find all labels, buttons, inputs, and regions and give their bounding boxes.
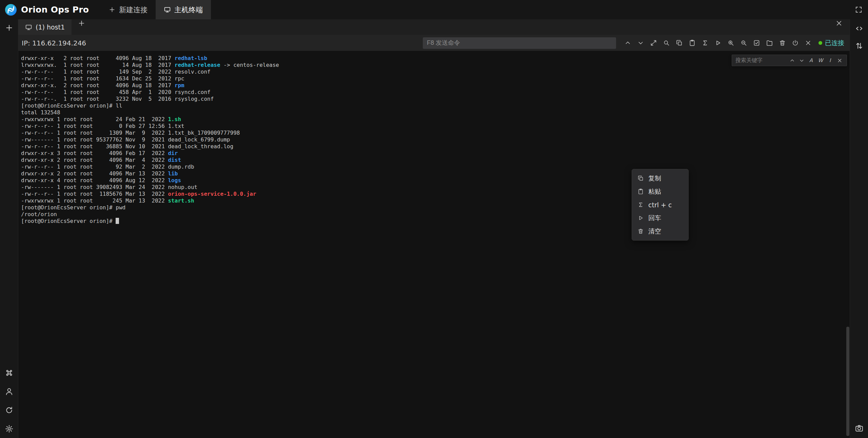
copy-icon	[676, 39, 683, 46]
search-button[interactable]	[663, 39, 670, 46]
play-icon	[637, 215, 644, 221]
terminal-line: [root@OrionEcsServer orion]#	[21, 218, 850, 225]
zoom-out-button[interactable]	[740, 39, 747, 46]
add-tab-button[interactable]	[78, 19, 85, 27]
tab-label: (1) host1	[36, 23, 65, 31]
search-next-button[interactable]	[798, 57, 805, 64]
menu-item-new-connection[interactable]: 新建连接	[100, 0, 156, 19]
terminal-icon	[164, 6, 171, 13]
copy-button[interactable]	[676, 39, 683, 46]
terminal-line: -rw------- 1 root root 39082493 Mar 24 2…	[21, 184, 850, 191]
context-menu-item-paste[interactable]: 粘贴	[632, 185, 688, 198]
terminal-line: -rw-r--r-- 1 root root 1185676 Mar 13 20…	[21, 191, 850, 197]
swap-orientation-button[interactable]	[855, 41, 864, 50]
sigma-icon	[702, 39, 709, 46]
new-terminal-button[interactable]	[5, 23, 14, 32]
whole-word-button[interactable]: W	[817, 57, 824, 64]
terminal-screen[interactable]: drwxr-xr-x 2 root root 4096 Aug 18 2017 …	[18, 51, 850, 438]
terminal-line: -rwxrwxrwx 1 root root 245 Mar 13 2022 s…	[21, 197, 850, 204]
context-menu-item-label: 清空	[648, 227, 661, 236]
search-input[interactable]	[735, 57, 786, 63]
tab-host1[interactable]: (1) host1	[18, 19, 72, 35]
search-icon	[663, 39, 670, 46]
terminal-toolbar: IP: 116.62.194.246 已连接	[18, 35, 850, 51]
terminal-tab-bar: (1) host1	[18, 19, 850, 35]
terminal-icon	[25, 24, 32, 31]
code-panel-button[interactable]	[855, 24, 864, 33]
power-button[interactable]	[792, 39, 799, 46]
context-menu-item-label: 复制	[648, 174, 661, 183]
context-menu-item-copy[interactable]: 复制	[632, 172, 688, 185]
terminal-scrollbar[interactable]	[846, 327, 849, 436]
fullscreen-button[interactable]	[855, 6, 863, 14]
code-icon	[855, 24, 864, 33]
terminal-line: lrwxrwxrwx. 1 root root 14 Aug 18 2017 r…	[21, 62, 850, 69]
folder-icon	[766, 39, 773, 46]
match-case-button[interactable]: A	[807, 57, 815, 64]
expand-button[interactable]	[650, 39, 657, 46]
regex-button[interactable]: I	[826, 57, 834, 64]
paste-button[interactable]	[689, 39, 696, 46]
right-rail-top	[855, 24, 864, 50]
terminal-line: drwxr-xr-x. 2 root root 4096 Aug 18 2017…	[21, 82, 850, 89]
sync-button[interactable]	[5, 406, 14, 415]
paste-icon	[637, 188, 644, 195]
context-menu-item-label: 粘贴	[648, 187, 661, 196]
command-icon	[5, 368, 14, 377]
chevron-up-icon	[789, 58, 795, 63]
expand-icon	[650, 39, 657, 46]
user-button[interactable]	[5, 387, 14, 396]
terminal-line: -rw-r--r-- 1 root root 1634 Dec 25 2012 …	[21, 75, 850, 82]
context-menu-item-ctrl-c[interactable]: ctrl + c	[632, 198, 688, 211]
status-label: 已连接	[825, 39, 844, 47]
menu-item-host-terminal[interactable]: 主机终端	[156, 0, 211, 19]
zoom-in-button[interactable]	[727, 39, 734, 46]
left-rail-top	[5, 23, 14, 32]
send-command-input[interactable]	[423, 37, 616, 49]
context-menu-item-clear[interactable]: 清空	[632, 225, 688, 238]
zoom-in-icon	[727, 39, 734, 46]
play-button[interactable]	[714, 39, 722, 46]
user-icon	[5, 387, 14, 396]
menu-item-label: 主机终端	[174, 5, 203, 15]
terminal-output: drwxr-xr-x 2 root root 4096 Aug 18 2017 …	[18, 51, 850, 438]
menu-item-label: 新建连接	[119, 5, 147, 15]
terminal-line: -rwxrwxrwx 1 root root 24 Feb 21 2022 1.…	[21, 116, 850, 123]
trash-icon	[637, 228, 644, 234]
close-all-button[interactable]	[835, 19, 843, 27]
terminal-line: [root@OrionEcsServer orion]# pwd	[21, 204, 850, 211]
connection-status: 已连接	[818, 39, 844, 47]
chevron-down-button[interactable]	[637, 39, 644, 46]
sigma-icon	[637, 202, 644, 208]
folder-button[interactable]	[766, 39, 773, 46]
settings-button[interactable]	[5, 424, 14, 433]
camera-icon	[855, 424, 864, 433]
app-logo-icon	[5, 4, 17, 16]
power-icon	[792, 39, 799, 46]
search-prev-button[interactable]	[788, 57, 796, 64]
zoom-out-icon	[740, 39, 747, 46]
plus-icon	[108, 6, 116, 13]
screenshot-button[interactable]	[855, 424, 864, 433]
checkbox-button[interactable]	[753, 39, 760, 46]
right-rail-bottom	[855, 424, 864, 438]
terminal-line: [root@OrionEcsServer orion]# ll	[21, 102, 850, 109]
top-bar: Orion Ops Pro 新建连接 主机终端	[0, 0, 868, 19]
chevron-up-button[interactable]	[624, 39, 631, 46]
copy-icon	[637, 175, 644, 182]
trash-button[interactable]	[779, 39, 786, 46]
search-close-button[interactable]	[836, 57, 843, 64]
terminal-line: -rw-r--r-- 1 root root 36885 Nov 10 2021…	[21, 143, 850, 150]
terminal-cursor	[116, 218, 119, 224]
terminal-line: drwxr-xr-x 3 root root 4096 Feb 17 2022 …	[21, 150, 850, 157]
terminal-line: -rw-r--r-- 1 root root 92 Mar 2 2022 dum…	[21, 164, 850, 170]
right-rail	[850, 19, 868, 438]
paste-icon	[689, 39, 696, 46]
context-menu-item-enter[interactable]: 回车	[632, 211, 688, 225]
sigma-button[interactable]	[702, 39, 709, 46]
terminal-line: -rw-r--r--. 1 root root 3232 Nov 5 2016 …	[21, 96, 850, 102]
terminal-line: -rw-r--r-- 1 root root 458 Apr 1 2020 rs…	[21, 89, 850, 96]
shortcut-keys-button[interactable]	[5, 368, 14, 377]
terminal-line: drwxr-xr-x 2 root root 4096 Mar 13 2022 …	[21, 170, 850, 177]
close-button[interactable]	[805, 39, 812, 46]
